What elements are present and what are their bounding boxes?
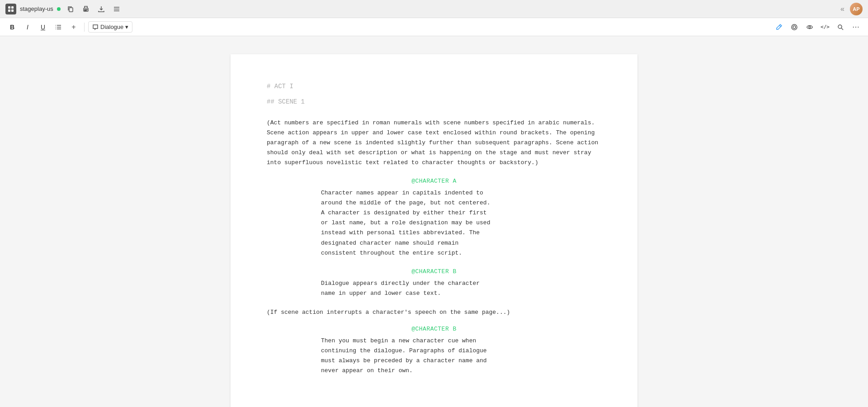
svg-rect-7: [85, 10, 86, 11]
svg-line-23: [841, 28, 843, 30]
suggest-button[interactable]: [788, 20, 801, 34]
svg-point-22: [838, 25, 842, 28]
print-icon[interactable]: [80, 3, 92, 15]
character-b-dialogue-1: Dialogue appears directly under the char…: [321, 279, 511, 298]
top-bar-icons: [64, 3, 123, 15]
bold-button[interactable]: B: [5, 20, 19, 34]
svg-line-17: [779, 25, 781, 27]
search-button[interactable]: [834, 20, 847, 34]
toolbar-divider: [84, 23, 85, 32]
app-title: stageplay-us: [20, 5, 53, 12]
svg-rect-4: [69, 8, 73, 12]
collapse-button[interactable]: «: [839, 3, 846, 15]
svg-rect-3: [11, 9, 14, 12]
character-b-name-2: @CHARACTER B: [267, 325, 601, 334]
character-b-name-1: @CHARACTER B: [267, 267, 601, 277]
top-bar-right: « AP: [839, 3, 863, 15]
svg-point-21: [809, 26, 811, 28]
dialogue-selector[interactable]: Dialogue ▾: [88, 21, 132, 33]
svg-rect-0: [8, 6, 10, 9]
svg-rect-6: [85, 9, 87, 10]
top-bar-left: stageplay-us: [5, 3, 835, 15]
code-button[interactable]: </>: [818, 20, 832, 34]
view-mode-button[interactable]: [803, 20, 816, 34]
dropdown-arrow: ▾: [125, 24, 128, 30]
top-bar: stageplay-us: [0, 0, 868, 18]
dialogue-selector-label: Dialogue: [100, 24, 123, 30]
svg-rect-2: [8, 9, 10, 12]
editor-page: # ACT I ## SCENE 1 (Act numbers are spec…: [231, 54, 637, 407]
svg-point-18: [793, 26, 796, 28]
scene-heading: ## SCENE 1: [267, 97, 601, 107]
toolbar-right: </> ⋯: [772, 20, 863, 34]
character-a-name: @CHARACTER A: [267, 177, 601, 186]
app-icon: [5, 4, 16, 14]
character-b-dialogue-2: Then you must begin a new character cue …: [321, 336, 511, 376]
status-dot: [57, 7, 61, 11]
list-button[interactable]: [52, 20, 65, 34]
svg-point-19: [792, 24, 797, 30]
more-options-button[interactable]: ⋯: [849, 20, 863, 34]
italic-button[interactable]: I: [21, 20, 34, 34]
act-heading: # ACT I: [267, 81, 601, 91]
toolbar: B I U + Dialogue ▾: [0, 18, 868, 36]
avatar: AP: [850, 3, 863, 15]
action-block: (Act numbers are specified in roman nume…: [267, 118, 601, 168]
outline-icon[interactable]: [110, 3, 123, 15]
svg-rect-1: [11, 6, 14, 9]
underline-button[interactable]: U: [36, 20, 50, 34]
parenthetical-block: (If scene action interrupts a character'…: [267, 308, 601, 317]
character-a-dialogue: Character names appear in capitals inden…: [321, 188, 511, 258]
add-button[interactable]: +: [67, 20, 80, 34]
duplicate-icon[interactable]: [64, 3, 77, 15]
edit-mode-button[interactable]: [772, 20, 786, 34]
download-icon[interactable]: [95, 3, 108, 15]
editor-area[interactable]: # ACT I ## SCENE 1 (Act numbers are spec…: [0, 36, 868, 407]
